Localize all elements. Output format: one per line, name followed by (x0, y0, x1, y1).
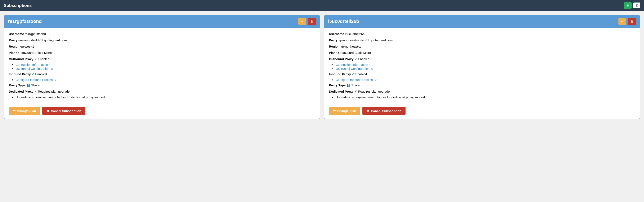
app-header: Subscriptions + 2 (0, 0, 644, 11)
card-header-1: rs1rgpf2stoond ✏ 🗑 (4, 15, 320, 28)
check-icon-inbound-1: ✔ (32, 72, 34, 76)
connection-info-link-2[interactable]: Connection Information (336, 63, 369, 66)
header-actions: + 2 (624, 2, 640, 9)
proxy-type-row-1: Proxy Type 👥 Shared (9, 83, 315, 88)
region-value-1: eu-west-1 (20, 45, 34, 48)
edit-button-1[interactable]: ✏ (298, 18, 306, 25)
subscription-count-badge: 2 (633, 3, 640, 8)
info-icon-2: ℹ (370, 63, 370, 66)
inbound-proxy-label-2: Inbound Proxy (329, 72, 351, 76)
connection-info-link-1[interactable]: Connection Information (16, 63, 49, 66)
proxy-value-2: ap-northeast-static-01.quotaguard.com (338, 38, 392, 42)
configure-inbound-link-2[interactable]: Configure Inbound Proxies (336, 78, 374, 82)
upgrade-list-2: Upgrade to enterprise plan or higher for… (329, 95, 635, 99)
region-row-2: Region ap-northeast-1 (329, 44, 635, 49)
proxy-value-1: eu-west-shield-02.quotaguard.com (18, 38, 67, 42)
outbound-proxy-row-1: Outbound Proxy ✔ Enabled (9, 57, 315, 62)
trash-icon-cancel-2: 🗑 (366, 109, 370, 113)
dedicated-proxy-label-2: Dedicated Proxy (329, 90, 354, 93)
qgtunnel-link-1[interactable]: QGTunnel Configuration (16, 67, 50, 70)
card-title-1: rs1rgpf2stoond (8, 19, 42, 24)
delete-button-2[interactable]: 🗑 (628, 18, 636, 25)
plan-row-1: Plan QuotaGuard Shield Micro (9, 50, 315, 55)
proxy-type-label-1: Proxy Type (9, 83, 26, 87)
proxy-label-1: Proxy (9, 38, 18, 42)
upgrade-plan-2: enterprise plan (352, 95, 373, 99)
proxy-label-2: Proxy (329, 38, 338, 42)
username-row-2: Username i5uc0drteil26b (329, 32, 635, 37)
cancel-subscription-button-1[interactable]: 🗑 Cancel Subscription (42, 107, 86, 115)
check-icon-outbound-1: ✔ (34, 57, 37, 61)
outbound-proxy-label-2: Outbound Proxy (329, 57, 354, 61)
page-title: Subscriptions (4, 3, 32, 8)
card-title-2: i5uc0drteil26b (328, 19, 359, 24)
inbound-proxy-row-2: Inbound Proxy ✔ Enabled (329, 72, 635, 77)
inbound-proxy-links-1: Configure Inbound Proxies ⚙ (9, 78, 315, 82)
username-label-1: Username (9, 32, 24, 36)
configure-inbound-item-1: Configure Inbound Proxies ⚙ (16, 78, 315, 82)
plan-label-1: Plan (9, 51, 16, 55)
upgrade-note-2: Upgrade to enterprise plan or higher for… (336, 95, 635, 99)
change-plan-button-2[interactable]: ✏ Change Plan (329, 107, 360, 115)
plan-value-1: QuotaGuard Shield Micro (16, 51, 52, 55)
outbound-proxy-label-1: Outbound Proxy (9, 57, 34, 61)
change-plan-button-1[interactable]: ✏ Change Plan (9, 107, 40, 115)
plan-value-2: QuotaGuard Static Micro (336, 51, 371, 55)
info-icon-1: ℹ (50, 63, 50, 66)
pencil-icon-change-1: ✏ (13, 109, 16, 113)
gear-icon-inbound-2: ⚙ (374, 78, 377, 82)
inbound-proxy-links-2: Configure Inbound Proxies ⚙ (329, 78, 635, 82)
configure-inbound-item-2: Configure Inbound Proxies ⚙ (336, 78, 635, 82)
username-value-2: i5uc0drteil26b (345, 32, 364, 36)
proxy-type-row-2: Proxy Type 👥 Shared (329, 83, 635, 88)
dedicated-proxy-status-1: Requires plan upgrade (38, 90, 70, 93)
subscriptions-container: rs1rgpf2stoond ✏ 🗑 Username rs1rgpf2stoo… (0, 11, 644, 123)
proxy-type-label-2: Proxy Type (329, 83, 346, 87)
card-header-actions-1: ✏ 🗑 (298, 18, 316, 25)
dedicated-proxy-status-2: Requires plan upgrade (358, 90, 390, 93)
outbound-proxy-status-2: Enabled (358, 57, 370, 61)
dedicated-proxy-row-2: Dedicated Proxy ✖ Requires plan upgrade (329, 89, 635, 94)
proxy-row-2: Proxy ap-northeast-static-01.quotaguard.… (329, 38, 635, 43)
upgrade-plan-1: enterprise plan (32, 95, 52, 99)
cross-icon-2: ✖ (354, 90, 357, 93)
trash-icon-cancel-1: 🗑 (46, 109, 50, 113)
card-header-2: i5uc0drteil26b ✏ 🗑 (324, 15, 640, 28)
plan-label-2: Plan (329, 51, 336, 55)
region-label-2: Region (329, 45, 340, 48)
inbound-proxy-label-1: Inbound Proxy (9, 72, 31, 76)
qgtunnel-item-1: QGTunnel Configuration ⚙ (16, 67, 315, 70)
username-value-1: rs1rgpf2stoond (25, 32, 46, 36)
edit-button-2[interactable]: ✏ (618, 18, 626, 25)
outbound-proxy-links-1: Connection Information ℹ QGTunnel Config… (9, 63, 315, 70)
qgtunnel-link-2[interactable]: QGTunnel Configuration (336, 67, 370, 70)
subscription-card-1: rs1rgpf2stoond ✏ 🗑 Username rs1rgpf2stoo… (4, 15, 320, 119)
inbound-proxy-status-2: Enabled (355, 72, 367, 76)
delete-button-1[interactable]: 🗑 (308, 18, 316, 25)
connection-info-item-2: Connection Information ℹ (336, 63, 635, 66)
pencil-icon-change-2: ✏ (333, 109, 336, 113)
proxy-type-value-2: Shared (351, 83, 361, 87)
upgrade-note-1: Upgrade to enterprise plan or higher for… (16, 95, 315, 99)
gear-icon-inbound-1: ⚙ (54, 78, 57, 82)
outbound-proxy-row-2: Outbound Proxy ✔ Enabled (329, 57, 635, 62)
check-icon-outbound-2: ✔ (354, 57, 357, 61)
gear-icon-qgtunnel-2: ⚙ (371, 67, 374, 70)
configure-inbound-link-1[interactable]: Configure Inbound Proxies (16, 78, 54, 82)
outbound-proxy-status-1: Enabled (38, 57, 50, 61)
add-subscription-button[interactable]: + (624, 2, 632, 9)
region-value-2: ap-northeast-1 (340, 45, 361, 48)
inbound-proxy-row-1: Inbound Proxy ✔ Enabled (9, 72, 315, 77)
proxy-row-1: Proxy eu-west-shield-02.quotaguard.com (9, 38, 315, 43)
dedicated-proxy-label-1: Dedicated Proxy (9, 90, 34, 93)
cancel-subscription-button-2[interactable]: 🗑 Cancel Subscription (362, 107, 406, 115)
cross-icon-1: ✖ (34, 90, 37, 93)
gear-icon-qgtunnel-1: ⚙ (51, 67, 54, 70)
card-body-2: Username i5uc0drteil26b Proxy ap-northea… (324, 28, 640, 104)
subscription-card-2: i5uc0drteil26b ✏ 🗑 Username i5uc0drteil2… (324, 15, 640, 119)
card-footer-2: ✏ Change Plan 🗑 Cancel Subscription (324, 104, 640, 119)
upgrade-list-1: Upgrade to enterprise plan or higher for… (9, 95, 315, 99)
card-header-actions-2: ✏ 🗑 (618, 18, 636, 25)
connection-info-item-1: Connection Information ℹ (16, 63, 315, 66)
region-row-1: Region eu-west-1 (9, 44, 315, 49)
